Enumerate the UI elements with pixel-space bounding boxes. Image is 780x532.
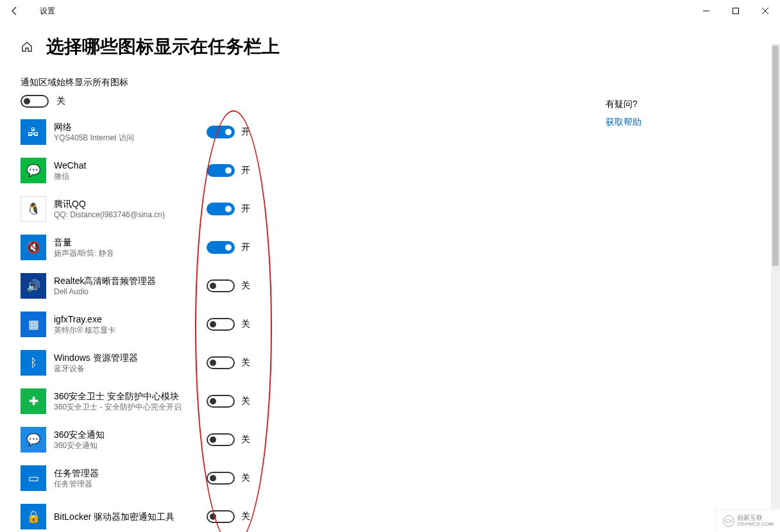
app-text: 腾讯QQQQ: Distance(l983746@sina.cn) xyxy=(54,198,207,220)
toggle-cell: 关 xyxy=(207,318,250,331)
taskmgr-icon: ▭ xyxy=(21,465,46,491)
watermark-url: CDXWCX.COM xyxy=(737,521,773,528)
main-content: 选择哪些图标显示在任务栏上 通知区域始终显示所有图标 关 🖧网络YQS405B … xyxy=(0,22,780,532)
toggle-state-label: 开 xyxy=(241,242,250,253)
page-title: 选择哪些图标显示在任务栏上 xyxy=(46,35,280,59)
app-text: Windows 资源管理器蓝牙设备 xyxy=(54,352,207,374)
minimize-button[interactable] xyxy=(691,0,721,22)
master-toggle[interactable] xyxy=(21,95,49,108)
svg-rect-1 xyxy=(733,8,739,14)
app-title: igfxTray.exe xyxy=(54,313,207,325)
app-text: igfxTray.exe英特尔® 核芯显卡 xyxy=(54,313,207,335)
toggle-state-label: 关 xyxy=(241,434,250,445)
app-row: 🔊Realtek高清晰音频管理器Dell Audio关 xyxy=(21,273,759,299)
app-row: 🖧网络YQS405B Internet 访问开 xyxy=(21,119,759,145)
app-title: 网络 xyxy=(54,121,207,133)
toggle-cell: 开 xyxy=(207,241,250,254)
app-text: BitLocker 驱动器加密通知工具 xyxy=(54,511,207,522)
scrollbar-thumb[interactable] xyxy=(772,46,779,266)
app-list: 🖧网络YQS405B Internet 访问开💬WeChat微信开🐧腾讯QQQQ… xyxy=(21,119,759,529)
app-subtitle: QQ: Distance(l983746@sina.cn) xyxy=(54,210,207,220)
toggle-cell: 开 xyxy=(207,126,250,138)
app-text: 网络YQS405B Internet 访问 xyxy=(54,121,207,143)
app-title: 任务管理器 xyxy=(54,467,207,479)
app-subtitle: 扬声器/听筒: 静音 xyxy=(54,248,207,258)
app-toggle[interactable] xyxy=(207,126,235,138)
back-button[interactable] xyxy=(0,0,30,22)
toggle-state-label: 开 xyxy=(241,165,250,176)
360-guard-icon: ✚ xyxy=(21,388,46,414)
app-subtitle: 360安全通知 xyxy=(54,440,207,451)
toggle-cell: 关 xyxy=(207,433,250,446)
app-toggle[interactable] xyxy=(207,203,235,215)
window-title: 设置 xyxy=(40,6,55,17)
toggle-cell: 关 xyxy=(207,472,250,485)
watermark: CX 创新互联 CDXWCX.COM xyxy=(716,509,780,532)
app-toggle[interactable] xyxy=(207,356,235,369)
home-button[interactable] xyxy=(21,40,33,53)
help-sidebar: 有疑问? 获取帮助 xyxy=(606,99,641,128)
app-title: BitLocker 驱动器加密通知工具 xyxy=(54,511,207,522)
close-button[interactable] xyxy=(750,0,780,22)
app-toggle[interactable] xyxy=(207,433,235,446)
app-toggle[interactable] xyxy=(207,472,235,485)
window-controls xyxy=(691,0,780,22)
master-toggle-label: 关 xyxy=(56,96,65,107)
app-row: 💬360安全通知360安全通知关 xyxy=(21,427,759,453)
questions-label: 有疑问? xyxy=(606,99,641,110)
toggle-state-label: 开 xyxy=(241,126,250,138)
app-text: Realtek高清晰音频管理器Dell Audio xyxy=(54,275,207,297)
toggle-cell: 关 xyxy=(207,356,250,369)
app-subtitle: 任务管理器 xyxy=(54,479,207,489)
toggle-state-label: 关 xyxy=(241,319,250,330)
app-row: ✚360安全卫士 安全防护中心模块360安全卫士 - 安全防护中心完全开启关 xyxy=(21,388,759,414)
app-title: 360安全卫士 安全防护中心模块 xyxy=(54,390,207,402)
app-row: ▦igfxTray.exe英特尔® 核芯显卡关 xyxy=(21,312,759,337)
bluetooth-icon: ᛒ xyxy=(21,350,46,376)
app-subtitle: Dell Audio xyxy=(54,287,207,297)
toggle-cell: 开 xyxy=(207,164,250,177)
watermark-logo-icon: CX xyxy=(723,515,734,527)
toggle-state-label: 关 xyxy=(241,511,250,522)
app-title: 音量 xyxy=(54,237,207,248)
app-text: 360安全卫士 安全防护中心模块360安全卫士 - 安全防护中心完全开启 xyxy=(54,390,207,412)
watermark-brand: 创新互联 xyxy=(737,515,773,521)
toggle-state-label: 关 xyxy=(241,280,250,292)
app-title: 腾讯QQ xyxy=(54,198,207,210)
get-help-link[interactable]: 获取帮助 xyxy=(606,117,641,128)
toggle-state-label: 开 xyxy=(241,203,250,215)
toggle-cell: 开 xyxy=(207,203,250,215)
app-toggle[interactable] xyxy=(207,164,235,177)
app-subtitle: 360安全卫士 - 安全防护中心完全开启 xyxy=(54,402,207,412)
qq-icon: 🐧 xyxy=(21,196,46,222)
app-toggle[interactable] xyxy=(207,395,235,408)
app-subtitle: 蓝牙设备 xyxy=(54,363,207,374)
app-row: ᛒWindows 资源管理器蓝牙设备关 xyxy=(21,350,759,376)
app-row: 🐧腾讯QQQQ: Distance(l983746@sina.cn)开 xyxy=(21,196,759,222)
section-subheading: 通知区域始终显示所有图标 xyxy=(21,77,759,88)
titlebar: 设置 xyxy=(0,0,780,22)
toggle-cell: 关 xyxy=(207,279,250,292)
toggle-cell: 关 xyxy=(207,510,250,523)
app-text: 360安全通知360安全通知 xyxy=(54,429,207,451)
scrollbar-track[interactable] xyxy=(771,44,780,532)
app-title: WeChat xyxy=(54,160,207,171)
maximize-button[interactable] xyxy=(721,0,750,22)
wechat-icon: 💬 xyxy=(21,158,46,183)
app-subtitle: 微信 xyxy=(54,171,207,181)
app-subtitle: YQS405B Internet 访问 xyxy=(54,133,207,143)
app-text: 任务管理器任务管理器 xyxy=(54,467,207,489)
app-title: Realtek高清晰音频管理器 xyxy=(54,275,207,287)
volume-icon: 🔇 xyxy=(21,235,46,260)
app-toggle[interactable] xyxy=(207,241,235,254)
app-text: 音量扬声器/听筒: 静音 xyxy=(54,237,207,258)
app-toggle[interactable] xyxy=(207,510,235,523)
app-toggle[interactable] xyxy=(207,318,235,331)
app-title: Windows 资源管理器 xyxy=(54,352,207,363)
360-notify-icon: 💬 xyxy=(21,427,46,453)
app-row: 💬WeChat微信开 xyxy=(21,158,759,183)
app-toggle[interactable] xyxy=(207,279,235,292)
toggle-cell: 关 xyxy=(207,395,250,408)
bitlocker-icon: 🔒 xyxy=(21,504,46,529)
toggle-state-label: 关 xyxy=(241,472,250,484)
